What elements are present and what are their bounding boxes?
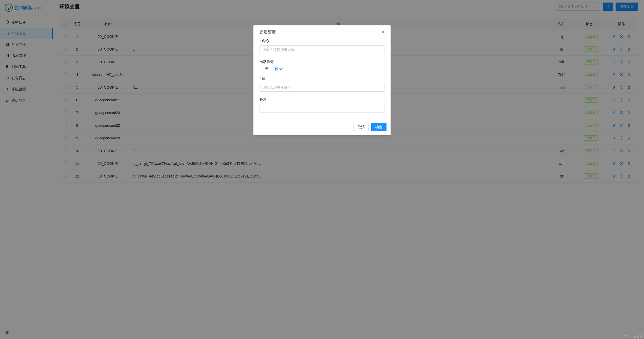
- remark-input[interactable]: [260, 104, 384, 112]
- radio-icon: [260, 67, 264, 71]
- cancel-button[interactable]: 取消: [353, 123, 369, 131]
- value-input[interactable]: [260, 83, 384, 92]
- modal-mask[interactable]: 新建变量 ✕ 名称 自动拆分 是 否 值 备注: [0, 0, 644, 339]
- close-icon: ✕: [381, 30, 384, 34]
- split-label: 自动拆分: [260, 60, 384, 64]
- create-variable-modal: 新建变量 ✕ 名称 自动拆分 是 否 值 备注: [253, 25, 391, 135]
- value-label: 值: [260, 76, 384, 81]
- ok-button[interactable]: 确定: [371, 123, 387, 131]
- modal-close-button[interactable]: ✕: [381, 30, 384, 35]
- split-no-radio[interactable]: 否: [274, 66, 283, 71]
- split-yes-radio[interactable]: 是: [260, 66, 269, 71]
- modal-title: 新建变量: [260, 29, 276, 35]
- name-input[interactable]: [260, 45, 384, 54]
- remark-label: 备注: [260, 97, 384, 102]
- radio-icon: [274, 67, 278, 71]
- name-label: 名称: [260, 39, 384, 43]
